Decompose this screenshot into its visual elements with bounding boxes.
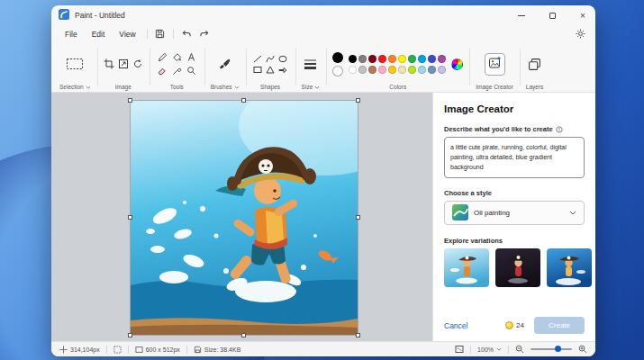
maximize-button[interactable] (540, 5, 565, 25)
fill-bucket-icon[interactable] (170, 51, 184, 64)
layers-icon (528, 58, 541, 71)
settings-button[interactable] (572, 27, 588, 40)
canvas-size: 600 x 512px (146, 346, 180, 353)
minimize-button[interactable] (509, 5, 534, 25)
zoom-in-icon[interactable] (578, 345, 587, 354)
color-swatch[interactable] (428, 55, 436, 63)
ribbon-group-shapes: Shapes (246, 42, 295, 92)
ribbon-group-image-creator[interactable]: Image Creator (469, 42, 520, 92)
title-bar[interactable]: Paint - Untitled × (51, 5, 595, 25)
fit-to-screen-icon[interactable] (455, 345, 464, 354)
shapes-label: Shapes (260, 84, 280, 90)
chevron-down-icon (234, 86, 240, 89)
shape-oval-icon[interactable] (277, 54, 289, 64)
eyedropper-icon[interactable] (170, 65, 184, 77)
color-swatch[interactable] (388, 55, 396, 63)
color-swatch[interactable] (438, 55, 446, 63)
canvas-image-pirate (131, 101, 358, 335)
shape-curve-icon[interactable] (265, 54, 277, 64)
prompt-input[interactable]: a little cute pirate, running, colorful,… (444, 137, 585, 178)
menu-file[interactable]: File (59, 28, 84, 40)
ribbon-toolbar: Selection Image (51, 42, 595, 93)
image-label: Image (115, 84, 132, 90)
color-swatch[interactable] (368, 55, 376, 63)
color-swatch[interactable] (368, 66, 376, 74)
color-swatch[interactable] (418, 66, 426, 74)
menu-view[interactable]: View (113, 28, 141, 40)
zoom-slider-thumb[interactable] (555, 346, 561, 352)
image-creator-panel: Image Creator Describe what you'd like t… (432, 93, 595, 341)
shape-arrow-icon[interactable] (277, 65, 289, 75)
ribbon-group-selection[interactable]: Selection (53, 42, 97, 92)
redo-button[interactable] (196, 27, 213, 40)
canvas-size-icon (135, 346, 143, 354)
selection-handle[interactable] (128, 215, 132, 220)
crop-icon[interactable] (104, 58, 114, 69)
size-label: Size (302, 84, 313, 90)
paint-app-icon (59, 7, 69, 23)
current-color-1[interactable] (332, 52, 343, 63)
info-icon[interactable] (556, 126, 563, 133)
color-swatch[interactable] (378, 66, 386, 74)
text-tool-icon[interactable] (185, 51, 198, 64)
pencil-icon[interactable] (156, 51, 169, 64)
color-swatch[interactable] (398, 66, 406, 74)
color-swatch[interactable] (378, 55, 386, 63)
edit-colors-icon[interactable] (451, 58, 463, 70)
brush-icon (218, 58, 231, 71)
current-color-2[interactable] (332, 66, 343, 76)
minimize-icon (518, 15, 525, 16)
rotate-icon[interactable] (132, 58, 143, 69)
variation-thumbnail-2[interactable] (495, 248, 540, 287)
shape-line-icon[interactable] (252, 54, 264, 64)
color-swatch[interactable] (358, 66, 367, 74)
ribbon-group-size[interactable]: Size (295, 42, 327, 92)
zoom-out-icon[interactable] (515, 345, 524, 354)
zoom-level-dropdown[interactable]: 100% (477, 346, 502, 353)
selection-handle[interactable] (356, 333, 360, 338)
color-swatch[interactable] (428, 66, 436, 74)
magnifier-icon[interactable] (185, 65, 198, 77)
resize-icon[interactable] (118, 58, 129, 69)
prompt-label: Describe what you'd like to create (444, 125, 553, 133)
color-swatch[interactable] (349, 55, 357, 63)
ribbon-group-brushes[interactable]: Brushes (204, 42, 246, 92)
color-swatch[interactable] (408, 55, 416, 63)
ribbon-group-image[interactable]: Image (97, 42, 150, 92)
selection-handle[interactable] (241, 98, 246, 103)
save-button[interactable] (152, 27, 168, 40)
variation-thumbnail-3[interactable] (547, 248, 592, 287)
image-creator-label: Image Creator (476, 84, 513, 90)
brushes-label: Brushes (211, 84, 232, 90)
selection-handle[interactable] (241, 333, 246, 338)
image-creator-button[interactable] (485, 53, 505, 76)
undo-button[interactable] (178, 27, 195, 40)
close-button[interactable]: × (570, 5, 595, 25)
canvas-area[interactable] (51, 93, 432, 341)
color-swatch[interactable] (388, 66, 396, 74)
selection-handle[interactable] (128, 333, 132, 338)
color-swatch[interactable] (438, 66, 446, 74)
selection-handle[interactable] (128, 98, 132, 103)
color-swatch[interactable] (398, 55, 406, 63)
create-button[interactable]: Create (534, 317, 585, 334)
color-swatch[interactable] (358, 55, 367, 63)
ribbon-group-layers[interactable]: Layers (520, 42, 550, 92)
eraser-icon[interactable] (156, 65, 169, 77)
variation-thumbnail-1[interactable] (444, 248, 489, 287)
menu-edit[interactable]: Edit (86, 28, 112, 40)
canvas[interactable] (131, 101, 358, 335)
style-dropdown[interactable]: Oil painting (444, 201, 585, 225)
paint-window: Paint - Untitled × File Edit View Se (51, 5, 595, 356)
palette-row-1 (349, 55, 446, 63)
cancel-button[interactable]: Cancel (444, 321, 467, 330)
color-swatch[interactable] (408, 66, 416, 74)
color-swatch[interactable] (349, 66, 357, 74)
shape-rectangle-icon[interactable] (252, 65, 264, 75)
zoom-slider[interactable] (531, 348, 572, 350)
file-size-icon (194, 346, 202, 354)
selection-handle[interactable] (356, 98, 360, 103)
shape-triangle-icon[interactable] (265, 65, 277, 75)
color-swatch[interactable] (418, 55, 426, 63)
selection-handle[interactable] (356, 215, 360, 220)
